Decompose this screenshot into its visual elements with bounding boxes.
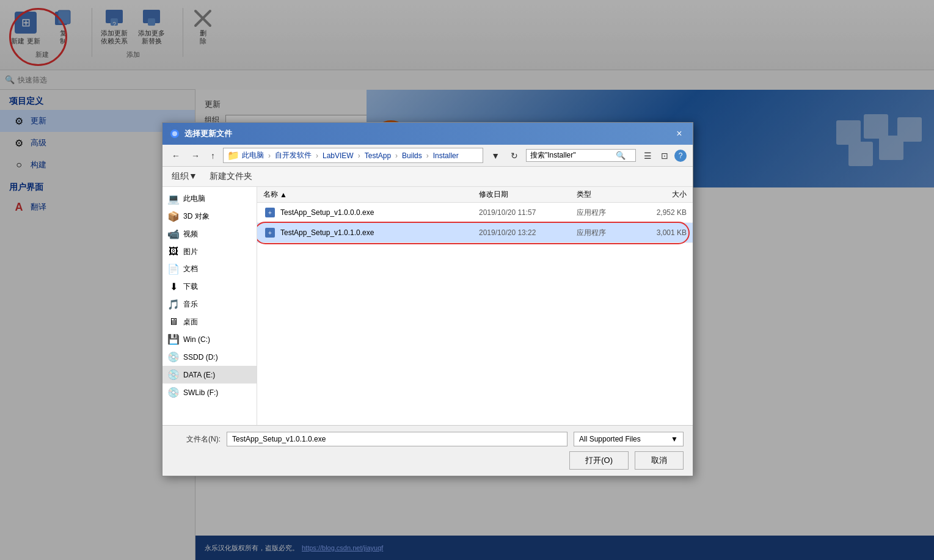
file1-type: 应用程序 (577, 208, 638, 218)
dialog-search-input[interactable] (530, 151, 616, 160)
svg-text:+: + (268, 230, 272, 236)
col-type: 类型 (577, 189, 638, 200)
nav-pictures-icon: 🖼 (167, 246, 180, 257)
svg-text:+: + (268, 209, 272, 216)
file2-type: 应用程序 (577, 228, 638, 238)
nav-desktop-icon: 🖥 (167, 316, 180, 327)
col-name[interactable]: 名称 ▲ (263, 189, 479, 200)
nav-ssdd-label: SSDD (D:) (183, 353, 218, 362)
nav-ssdd-icon: 💿 (167, 351, 180, 363)
nav-data-e-label: DATA (E:) (183, 371, 215, 379)
help-button[interactable]: ? (674, 150, 687, 162)
nav-win-c[interactable]: 💾 Win (C:) (162, 330, 257, 348)
organize-button[interactable]: 组织▼ (169, 169, 200, 184)
nav-docs-icon: 📄 (167, 263, 180, 275)
nav-music-icon: 🎵 (167, 299, 180, 310)
breadcrumb-installer[interactable]: Installer (433, 151, 459, 160)
file1-icon: + (263, 206, 277, 219)
nav-docs-label: 文档 (183, 264, 198, 274)
dialog-title-text: 选择更新文件 (184, 128, 232, 139)
file2-date: 2019/10/20 13:22 (479, 228, 577, 237)
nav-swlib-icon: 💿 (167, 387, 180, 398)
dialog-title-area: 选择更新文件 (170, 128, 232, 139)
file1-size: 2,952 KB (638, 208, 687, 217)
nav-data-e-icon: 💿 (167, 369, 180, 380)
footer-filename-row: 文件名(N): All Supported Files ▼ (172, 432, 684, 446)
organize-label: 组织▼ (172, 171, 197, 182)
nav-pictures[interactable]: 🖼 图片 (162, 243, 257, 260)
filetype-label: All Supported Files (579, 435, 641, 443)
address-bar[interactable]: 📁 此电脑 › 自开发软件 › LabVIEW › TestApp › Buil… (223, 148, 483, 163)
nav-videos-label: 视频 (183, 229, 198, 239)
file2-name: TestApp_Setup_v1.0.1.0.exe (280, 228, 479, 237)
file-dialog: 选择更新文件 × ← → ↑ 📁 此电脑 › 自开发软件 › LabVIEW ›… (162, 122, 693, 476)
breadcrumb-this-pc[interactable]: 此电脑 (242, 150, 264, 161)
footer-buttons: 打开(O) 取消 (172, 451, 684, 470)
nav-videos[interactable]: 📹 视频 (162, 225, 257, 243)
nav-up-button[interactable]: ↑ (208, 149, 218, 162)
cancel-button[interactable]: 取消 (635, 451, 684, 470)
view-split-button[interactable]: ⊡ (658, 149, 671, 162)
nav-3d-objects[interactable]: 📦 3D 对象 (162, 208, 257, 225)
dialog-nav: 💻 此电脑 📦 3D 对象 📹 视频 🖼 图片 📄 文档 ⬇ 下载 (162, 187, 257, 425)
open-button[interactable]: 打开(O) (569, 451, 629, 470)
nav-ssdd-d[interactable]: 💿 SSDD (D:) (162, 348, 257, 366)
nav-win-c-label: Win (C:) (183, 335, 210, 344)
filename-label: 文件名(N): (172, 434, 221, 445)
nav-data-e[interactable]: 💿 DATA (E:) (162, 366, 257, 384)
nav-swlib-f[interactable]: 💿 SWLib (F:) (162, 384, 257, 401)
dialog-footer: 文件名(N): All Supported Files ▼ 打开(O) 取消 (162, 425, 693, 476)
nav-videos-icon: 📹 (167, 228, 180, 240)
breadcrumb-labview[interactable]: LabVIEW (323, 151, 354, 160)
file-list: 名称 ▲ 修改日期 类型 大小 + TestApp_Setup_v1.0.0.0… (257, 187, 693, 425)
nav-music-label: 音乐 (183, 299, 198, 310)
nav-documents[interactable]: 📄 文档 (162, 260, 257, 278)
filetype-dropdown-icon: ▼ (671, 435, 678, 443)
nav-swlib-label: SWLib (F:) (183, 388, 218, 397)
nav-this-pc[interactable]: 💻 此电脑 (162, 190, 257, 208)
file1-name: TestApp_Setup_v1.0.0.0.exe (280, 208, 479, 217)
dialog-toolbar: ← → ↑ 📁 此电脑 › 自开发软件 › LabVIEW › TestApp … (162, 145, 693, 167)
new-folder-label: 新建文件夹 (210, 171, 252, 182)
refresh-button[interactable]: ↻ (508, 149, 521, 162)
col-size: 大小 (638, 189, 687, 200)
nav-desktop[interactable]: 🖥 桌面 (162, 313, 257, 330)
nav-this-pc-icon: 💻 (167, 193, 180, 205)
dialog-close-button[interactable]: × (673, 128, 685, 140)
dialog-body: 💻 此电脑 📦 3D 对象 📹 视频 🖼 图片 📄 文档 ⬇ 下载 (162, 187, 693, 425)
nav-downloads-label: 下载 (183, 282, 198, 292)
file2-size: 3,001 KB (638, 228, 687, 237)
nav-win-c-icon: 💾 (167, 333, 180, 345)
nav-3d-label: 3D 对象 (183, 211, 210, 222)
file-list-header: 名称 ▲ 修改日期 类型 大小 (257, 187, 693, 203)
nav-this-pc-label: 此电脑 (183, 194, 205, 204)
file-row-1[interactable]: + TestApp_Setup_v1.0.0.0.exe 2019/10/20 … (257, 203, 693, 223)
nav-downloads-icon: ⬇ (167, 281, 180, 293)
nav-pictures-label: 图片 (183, 247, 198, 257)
new-folder-button[interactable]: 新建文件夹 (206, 169, 255, 184)
filename-input[interactable] (227, 432, 567, 446)
nav-back-button[interactable]: ← (169, 149, 183, 162)
breadcrumb-builds[interactable]: Builds (402, 151, 422, 160)
col-date: 修改日期 (479, 189, 577, 200)
filetype-select[interactable]: All Supported Files ▼ (574, 432, 684, 446)
breadcrumb-self-dev[interactable]: 自开发软件 (275, 150, 312, 161)
nav-forward-button[interactable]: → (188, 149, 203, 162)
view-details-button[interactable]: ☰ (641, 149, 655, 162)
address-dropdown-button[interactable]: ▼ (488, 149, 503, 162)
dialog-titlebar: 选择更新文件 × (162, 123, 693, 145)
file-row-2[interactable]: + TestApp_Setup_v1.0.1.0.exe 2019/10/20 … (257, 223, 693, 243)
file2-icon: + (263, 226, 277, 239)
nav-3d-icon: 📦 (167, 211, 180, 222)
nav-downloads[interactable]: ⬇ 下载 (162, 278, 257, 296)
nav-music[interactable]: 🎵 音乐 (162, 296, 257, 313)
dialog-title-icon (170, 129, 180, 139)
svg-point-20 (172, 131, 177, 136)
file1-date: 2019/10/20 11:57 (479, 208, 577, 217)
dialog-sub-toolbar: 组织▼ 新建文件夹 (162, 167, 693, 187)
nav-desktop-label: 桌面 (183, 317, 198, 327)
dialog-search-box: 🔍 (526, 149, 636, 162)
breadcrumb-testapp[interactable]: TestApp (365, 151, 391, 160)
dialog-search-icon: 🔍 (616, 151, 626, 160)
